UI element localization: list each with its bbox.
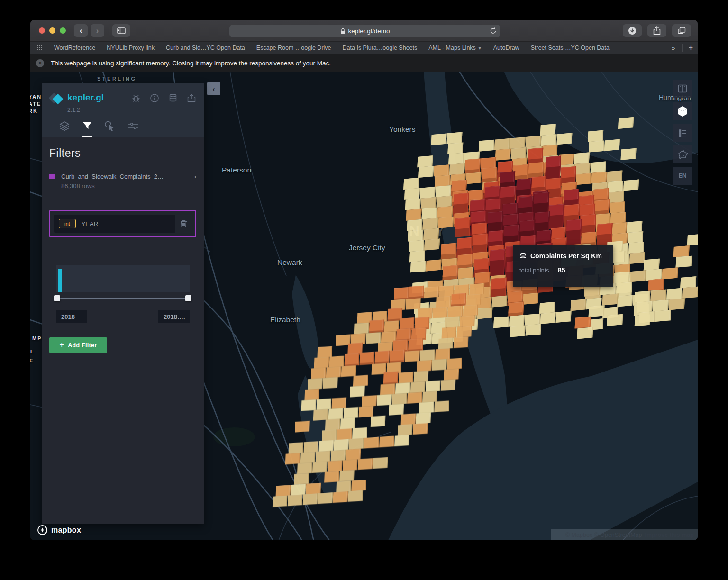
grid-cell[interactable] [328, 461, 343, 472]
grid-cell[interactable] [616, 282, 632, 294]
grid-cell[interactable] [291, 484, 306, 495]
grid-cell[interactable] [424, 286, 439, 298]
grid-cell[interactable] [377, 394, 392, 406]
grid-cell[interactable] [306, 483, 321, 494]
grid-cell[interactable] [460, 315, 475, 326]
grid-cell[interactable] [371, 416, 386, 427]
grid-cell[interactable] [449, 163, 465, 175]
grid-cell[interactable] [314, 357, 329, 368]
grid-cell[interactable] [525, 314, 540, 326]
map-viewport[interactable]: STERLINGYANATERKYonkersPatersonJersey Ci… [30, 72, 698, 540]
grid-cell[interactable] [405, 351, 420, 362]
grid-cell[interactable] [447, 143, 463, 154]
frequently-visited-icon[interactable] [35, 45, 43, 51]
grid-cell[interactable] [455, 218, 471, 237]
tab-filters[interactable] [82, 121, 92, 137]
map-control-split-map[interactable] [673, 80, 692, 98]
grid-cell[interactable] [313, 409, 328, 420]
grid-cell[interactable] [358, 458, 373, 470]
grid-cell[interactable] [407, 392, 422, 403]
grid-cell[interactable] [420, 349, 435, 361]
grid-cell[interactable] [417, 360, 432, 372]
grid-cell[interactable] [435, 175, 450, 187]
grid-cell[interactable] [410, 381, 426, 393]
grid-cell[interactable] [350, 386, 365, 397]
grid-cell[interactable] [577, 327, 593, 339]
grid-cell[interactable] [364, 437, 379, 448]
address-bar[interactable]: kepler.gl/demo [229, 25, 500, 37]
export-icon[interactable] [187, 93, 196, 103]
grid-cell[interactable] [383, 372, 399, 384]
grid-cell[interactable] [341, 365, 356, 377]
grid-cell[interactable] [589, 141, 604, 153]
tab-overview-button[interactable] [672, 24, 691, 37]
bookmark-item[interactable]: Data Is Plura…oogle Sheets [343, 45, 418, 51]
grid-cell[interactable] [318, 492, 333, 504]
grid-cell[interactable] [540, 312, 556, 324]
grid-cell[interactable] [395, 382, 410, 394]
grid-cell[interactable] [317, 346, 332, 357]
grid-cell[interactable] [644, 259, 660, 271]
dataset-row[interactable]: Curb_and_Sidewalk_Complaints_2… › [49, 173, 196, 180]
grid-cell[interactable] [589, 305, 605, 317]
close-window-button[interactable] [39, 27, 45, 34]
bookmark-item[interactable]: AML - Maps Links▼ [428, 45, 482, 51]
grid-cell[interactable] [389, 404, 404, 415]
grid-cell[interactable] [326, 366, 341, 378]
grid-cell[interactable] [331, 398, 346, 409]
grid-cell[interactable] [610, 201, 625, 213]
grid-cell[interactable] [349, 438, 364, 449]
grid-cell[interactable] [417, 155, 433, 167]
grid-cell[interactable] [618, 117, 634, 129]
grid-cell[interactable] [420, 187, 436, 199]
grid-cell[interactable] [666, 288, 682, 300]
grid-cell[interactable] [669, 298, 685, 310]
grid-cell[interactable] [273, 496, 288, 507]
add-filter-button[interactable]: + Add Filter [49, 337, 107, 353]
grid-cell[interactable] [574, 152, 590, 164]
share-button[interactable] [647, 24, 666, 37]
grid-cell[interactable] [648, 279, 664, 291]
grid-cell[interactable] [421, 208, 437, 219]
grid-cell[interactable] [294, 473, 309, 485]
grid-cell[interactable] [639, 311, 655, 323]
grid-cell[interactable] [316, 451, 331, 462]
grid-cell[interactable] [607, 170, 622, 182]
grid-cell[interactable] [295, 421, 310, 432]
grid-cell[interactable] [424, 239, 440, 251]
grid-cell[interactable] [610, 212, 626, 224]
grid-cell[interactable] [607, 314, 623, 326]
grid-cell[interactable] [539, 302, 555, 314]
grid-cell[interactable] [634, 291, 650, 303]
slider-track[interactable] [56, 298, 190, 299]
grid-cell[interactable] [379, 436, 394, 447]
bookmark-item[interactable]: NYULib Proxy link [107, 45, 155, 51]
grid-cell[interactable] [442, 265, 458, 280]
grid-cell[interactable] [438, 338, 454, 349]
grid-cell[interactable] [591, 161, 606, 173]
grid-cell[interactable] [373, 457, 388, 469]
grid-cell[interactable] [300, 452, 316, 463]
grid-cell[interactable] [431, 133, 447, 145]
grid-cell[interactable] [312, 462, 328, 473]
grid-cell[interactable] [348, 490, 363, 502]
grid-cell[interactable] [340, 417, 355, 429]
grid-cell[interactable] [419, 402, 434, 413]
grid-cell[interactable] [575, 317, 591, 329]
grid-cell[interactable] [458, 267, 473, 279]
grid-cell[interactable] [441, 379, 456, 390]
grid-cell[interactable] [344, 407, 359, 418]
grid-cell[interactable] [304, 441, 319, 453]
bug-report-icon[interactable] [131, 93, 141, 103]
back-button[interactable]: ‹ [74, 24, 88, 37]
grid-cell[interactable] [448, 153, 464, 164]
grid-cell[interactable] [331, 450, 346, 461]
tab-base-map[interactable] [127, 121, 139, 137]
grid-cell[interactable] [575, 163, 591, 174]
grid-cell[interactable] [408, 230, 423, 242]
grid-cell[interactable] [343, 459, 358, 471]
grid-cell[interactable] [446, 132, 462, 144]
grid-cell[interactable] [609, 191, 624, 203]
grid-cell[interactable] [337, 428, 352, 440]
grid-cell[interactable] [479, 140, 494, 152]
